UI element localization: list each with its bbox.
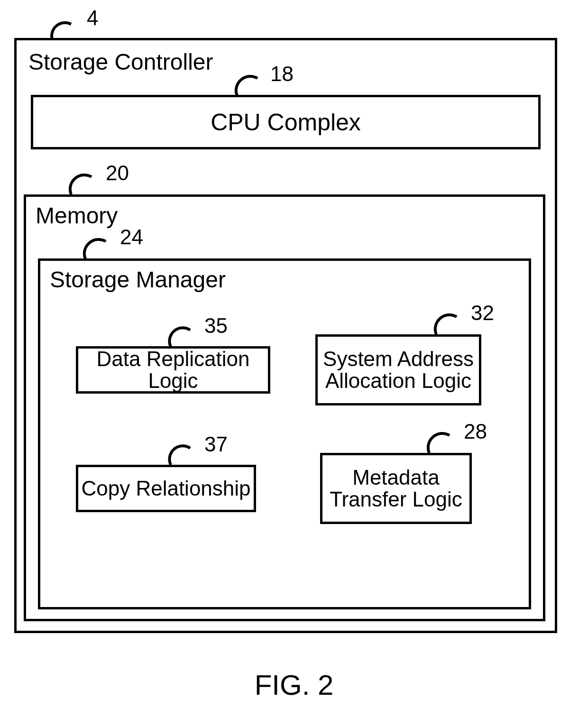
cpu-complex-label: CPU Complex	[211, 109, 361, 136]
ref-outer: 4	[87, 6, 98, 30]
memory-title: Memory	[36, 202, 118, 229]
metadata-transfer-logic-chip: MetadataTransfer Logic	[320, 453, 472, 524]
figure-caption: FIG. 2	[0, 669, 588, 701]
lead-arc-sa	[429, 308, 467, 337]
system-address-allocation-logic-label: System AddressAllocation Logic	[323, 348, 474, 392]
diagram-root: 4 Storage Controller 18 CPU Complex 20 M…	[12, 12, 564, 638]
storage-manager-title: Storage Manager	[50, 267, 226, 293]
copy-relationship-label: Copy Relationship	[81, 478, 250, 499]
copy-relationship-chip: Copy Relationship	[76, 465, 256, 512]
ref-sa: 32	[471, 301, 494, 325]
ref-dr: 35	[204, 314, 228, 338]
ref-mt: 28	[464, 420, 487, 443]
storage-controller-title: Storage Controller	[28, 49, 213, 75]
lead-arc-cr	[164, 440, 202, 467]
lead-arc-cpu	[230, 70, 268, 98]
lead-arc-memory	[64, 168, 102, 197]
ref-cr: 37	[204, 433, 228, 456]
ref-memory: 20	[106, 161, 129, 185]
ref-mgr: 24	[120, 225, 143, 249]
metadata-transfer-logic-label: MetadataTransfer Logic	[330, 467, 462, 510]
lead-arc-dr	[164, 322, 202, 349]
lead-arc-mt	[422, 427, 460, 455]
lead-arc-mgr	[78, 233, 116, 261]
cpu-complex-box: CPU Complex	[31, 95, 541, 149]
system-address-allocation-logic-chip: System AddressAllocation Logic	[315, 334, 481, 405]
memory-frame: Memory 24 Storage Manager 35 Data Replic…	[24, 194, 545, 621]
data-replication-logic-chip: Data Replication Logic	[76, 346, 270, 394]
lead-arc-outer	[45, 16, 83, 40]
data-replication-logic-label: Data Replication Logic	[78, 348, 268, 392]
ref-cpu: 18	[270, 62, 294, 86]
storage-manager-frame: Storage Manager 35 Data Replication Logi…	[38, 258, 531, 609]
storage-controller-frame: Storage Controller 18 CPU Complex 20 Mem…	[14, 38, 557, 633]
